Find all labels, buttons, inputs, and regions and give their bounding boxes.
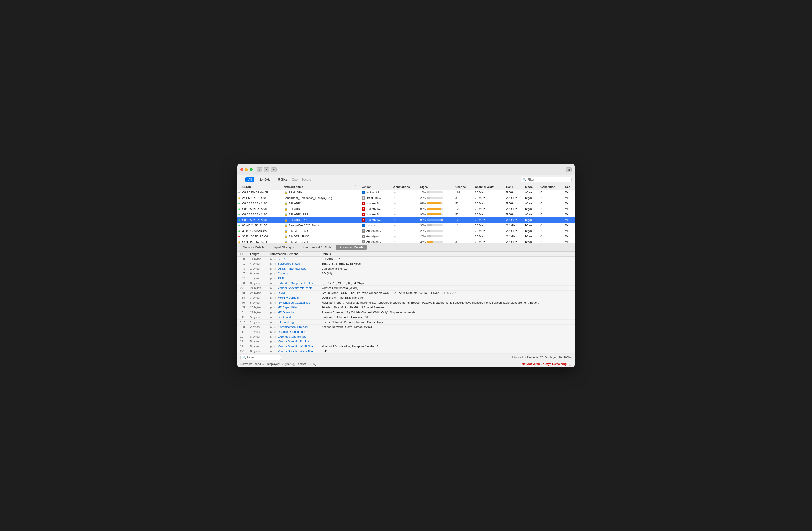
split-view-button[interactable]: ▯▮	[566, 167, 572, 172]
table-row[interactable]: C8:08:73:55:4A:98 🔒 SFLABR1-PP2 R Ruckus…	[237, 217, 575, 223]
cell-vendor: A Arcadyan...	[360, 234, 392, 240]
expand-arrow[interactable]: ▶	[271, 258, 272, 260]
detail-length: 5 bytes	[247, 315, 268, 320]
expand-arrow[interactable]: ▶	[271, 335, 272, 338]
cell-sec: Wi	[564, 239, 575, 243]
detail-id: 221	[237, 344, 247, 349]
tab-advanced-details[interactable]: Advanced Details	[336, 245, 367, 250]
detail-id: 48	[237, 290, 247, 296]
sidebar-toggle-button[interactable]: ▯	[257, 167, 262, 172]
detail-details	[319, 329, 575, 334]
table-row[interactable]: 30:B1:B5:B3:EA:C6 🔒 SINGTEL-EA3J A Arcad…	[237, 234, 575, 240]
expand-arrow[interactable]: ▶	[271, 297, 272, 299]
tab-signal-strength[interactable]: Signal Strength	[269, 245, 297, 250]
expand-arrow[interactable]: ▶	[271, 268, 272, 270]
details-row[interactable]: 50 8 bytes ▶ ◇ Extended Supported Rates …	[237, 281, 575, 286]
detail-element: ▶ ◇ Advertisement Protocol	[268, 325, 319, 329]
details-row[interactable]: 111 7 bytes ▶ ◇ Roaming Consortium	[237, 329, 575, 334]
tab-spectrum[interactable]: Spectrum 2.4 / 5 GHz	[298, 245, 335, 250]
detail-details: Over-the-Air Fast BSS Transition	[319, 296, 575, 300]
details-row[interactable]: 221 24 bytes ▶ ◇ Vendor Specific: Micros…	[237, 286, 575, 290]
expand-arrow[interactable]: ▶	[271, 277, 272, 280]
tab-all[interactable]: All	[245, 177, 255, 182]
expand-arrow[interactable]: ▶	[271, 302, 272, 304]
fullscreen-button[interactable]	[249, 168, 252, 171]
cell-channel-width: 20 MHz	[473, 239, 505, 243]
cell-generation: 5	[539, 212, 564, 217]
details-row[interactable]: 108 2 bytes ▶ ◇ Advertisement Protocol A…	[237, 325, 575, 329]
details-row[interactable]: 45 26 bytes ▶ ◇ HT Capabilities 20 MHz, …	[237, 305, 575, 310]
expand-arrow[interactable]: ▶	[271, 341, 272, 343]
table-row[interactable]: C8:08:73:15:4A:9C 🔒 SFLABR1 R Ruckus N..…	[237, 201, 575, 206]
details-row[interactable]: 107 1 bytes ▶ ◇ Interworking Private Net…	[237, 320, 575, 325]
details-scroll[interactable]: ID Length Information Element Details 0 …	[237, 252, 575, 354]
cell-signal: 90%	[419, 217, 454, 223]
details-row[interactable]: 1 4 bytes ▶ ◇ Supported Rates 1(B), 2(B)…	[237, 261, 575, 266]
details-row[interactable]: 48 24 bytes ▶ ◇ RSNE Group Cipher: CCMP-…	[237, 290, 575, 296]
expand-arrow[interactable]: ▶	[271, 311, 272, 314]
filter-input[interactable]	[527, 178, 569, 181]
cell-bssid: C8:9B:B9:BF:4A:8E	[237, 190, 282, 196]
play-button[interactable]: ▶	[264, 167, 270, 172]
cell-annotations: ⊘	[392, 201, 419, 206]
bottom-search-icon: 🔍	[243, 356, 246, 359]
element-name: Roaming Consortium	[278, 330, 305, 333]
table-row[interactable]: C8:08:73:55:4A:9C 🔒 SFLABR1-PP2 R Ruckus…	[237, 212, 575, 217]
table-row[interactable]: 30:B1:B5:AA:BD:A6 🔒 SINGTEL-7KR3 A Arcad…	[237, 228, 575, 234]
details-row[interactable]: 61 22 bytes ▶ ◇ HT Operation Primary Cha…	[237, 310, 575, 315]
details-row[interactable]: 3 1 bytes ▶ ◇ DSSS Parameter Set Current…	[237, 266, 575, 271]
expand-arrow[interactable]: ▶	[271, 282, 272, 285]
expand-arrow[interactable]: ▶	[271, 321, 272, 324]
filter-box[interactable]: 🔍	[521, 177, 572, 182]
table-row[interactable]: CC:D4:2E:67:13:FE 🔒 SINGTEL-J7EF A Arcad…	[237, 239, 575, 243]
details-row[interactable]: 54 3 bytes ▶ ◇ Mobility Domain Over-the-…	[237, 296, 575, 300]
element-name: Extended Supported Rates	[278, 282, 313, 285]
status-left: Networks Found: 53, Displayed: 53 (100%)…	[240, 362, 316, 365]
details-row[interactable]: 0 11 bytes ▶ ◇ SSID SFLABR1-PP2	[237, 257, 575, 261]
expand-arrow[interactable]: ▶	[271, 287, 272, 289]
element-name: Vendor Specific: Ruckus	[278, 340, 309, 343]
detail-element: ▶ ◇ RSNE	[268, 290, 319, 296]
expand-arrow[interactable]: ▶	[271, 345, 272, 348]
bottom-filter-box[interactable]: 🔍	[240, 355, 281, 360]
tab-5ghz[interactable]: 5 GHz	[275, 177, 290, 182]
details-row[interactable]: 11 5 bytes ▶ ◇ BSS Load Stations: 0, Cha…	[237, 315, 575, 320]
titlebar-right: ▯▮	[566, 167, 572, 172]
col-generation: Generation	[539, 184, 564, 190]
bottom-filter-input[interactable]	[247, 356, 279, 359]
expand-arrow[interactable]: ▶	[271, 350, 272, 353]
stop-button[interactable]: ■	[271, 167, 277, 172]
details-row[interactable]: 70 5 bytes ▶ ◇ RM Enabled Capabilities N…	[237, 300, 575, 305]
table-row[interactable]: C8:9B:B9:BF:4A:8E 🔒 Pillai_5GHz N Nokia …	[237, 190, 575, 196]
table-row[interactable]: 00:AD:24:58:31:AC 🔒 SimonWee-2020-Study …	[237, 223, 575, 228]
element-name: ERP	[278, 277, 284, 280]
details-row[interactable]: 221 5 bytes ▶ ◇ Vendor Specific: Wi-Fi A…	[237, 344, 575, 349]
expand-arrow[interactable]: ▶	[271, 263, 272, 265]
cell-mode: b/g/n	[524, 228, 539, 234]
expand-arrow[interactable]: ▶	[271, 331, 272, 333]
cell-generation: 4	[539, 223, 564, 228]
tab-network-details[interactable]: Network Details	[239, 245, 268, 250]
expand-arrow[interactable]: ▶	[271, 272, 272, 275]
details-row[interactable]: 221 5 bytes ▶ ◇ Vendor Specific: Ruckus	[237, 339, 575, 344]
expand-arrow[interactable]: ▶	[271, 292, 272, 295]
expand-arrow[interactable]: ▶	[271, 326, 272, 328]
cell-network-name: 🔒 SINGTEL-EA3J	[282, 234, 352, 240]
expand-arrow[interactable]: ▶	[271, 316, 272, 319]
details-row[interactable]: 42 1 bytes ▶ ◇ ERP	[237, 276, 575, 281]
cell-signal: 90%	[419, 206, 454, 212]
close-button[interactable]	[240, 168, 243, 171]
main-window: ▯ ▶ ■ ▯▮ ⊟ All 2.4 GHz 5 GHz Open Secure…	[237, 164, 575, 367]
table-row[interactable]: 24:F5:A2:8D:9C:03 Sandanam_Residence_Lin…	[237, 195, 575, 201]
minimize-button[interactable]	[245, 168, 248, 171]
details-row[interactable]: 127 8 bytes ▶ ◇ Extended Capabilities	[237, 334, 575, 339]
table-row[interactable]: C8:08:73:15:4A:98 🔒 SFLABR1 R Ruckus N..…	[237, 206, 575, 212]
detail-details: Current channel: 12	[319, 266, 575, 271]
ie-icon: ◇	[274, 306, 276, 309]
details-row[interactable]: 221 8 bytes ▶ ◇ Vendor Specific: Wi-Fi A…	[237, 349, 575, 354]
detail-length: 1 bytes	[247, 320, 268, 325]
expand-arrow[interactable]: ▶	[271, 306, 272, 309]
tab-2.4ghz[interactable]: 2.4 GHz	[257, 177, 273, 182]
cell-mode: b/g/n	[524, 239, 539, 243]
details-row[interactable]: 7 6 bytes ▶ ◇ Country SG (All)	[237, 271, 575, 276]
